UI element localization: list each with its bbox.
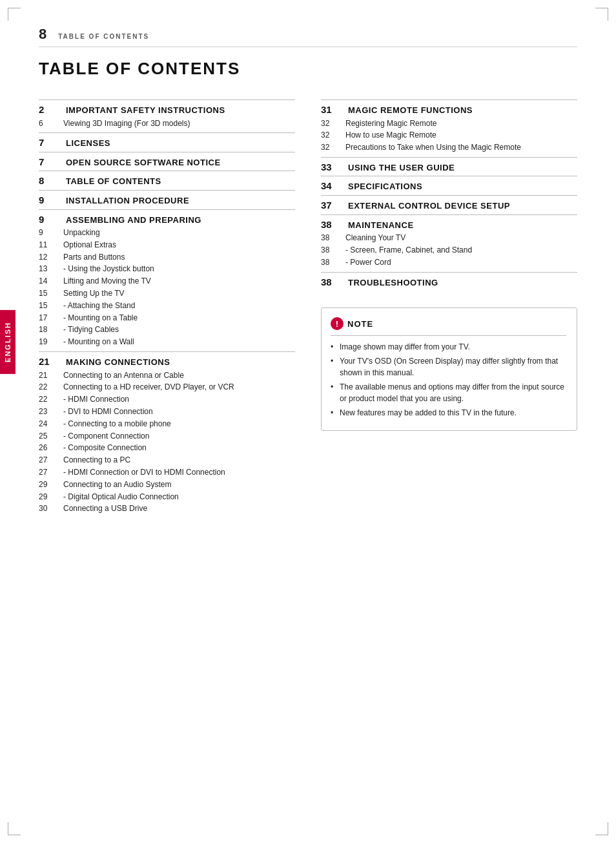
entry-number: 26 [39,443,57,452]
toc-section-sec-34: 34SPECIFICATIONS [321,176,577,193]
entry-label: - Component Connection [63,431,149,442]
toc-entry: 14Lifting and Moving the TV [39,276,295,287]
entry-number: 9 [39,228,57,237]
toc-entry: 38- Screen, Frame, Cabinet, and Stand [321,245,577,256]
entry-number: 19 [39,337,57,346]
section-header: 34SPECIFICATIONS [321,180,577,193]
toc-section-sec-37: 37EXTERNAL CONTROL DEVICE SETUP [321,195,577,212]
entry-label: - DVI to HDMI Connection [63,406,153,417]
entry-number: 32 [321,143,339,152]
section-header: 21MAKING CONNECTIONS [39,356,295,368]
corner-mark-tr [595,8,608,21]
entry-label: Cleaning Your TV [345,233,406,244]
note-box: !NOTEImage shown may differ from your TV… [321,307,577,431]
toc-entry: 15- Attaching the Stand [39,300,295,311]
page: ENGLISH 8 TABLE OF CONTENTS TABLE OF CON… [0,0,616,843]
toc-entry: 22Connecting to a HD receiver, DVD Playe… [39,382,295,393]
page-title: TABLE OF CONTENTS [39,59,577,79]
entry-number: 17 [39,313,57,322]
section-number: 34 [321,180,339,191]
entry-number: 32 [321,119,339,128]
section-header: 7LICENSES [39,137,295,149]
entry-label: - Connecting to a mobile phone [63,419,171,430]
entry-number: 32 [321,130,339,140]
section-title: MAKING CONNECTIONS [66,357,170,368]
entry-label: Connecting to an Audio System [63,479,171,490]
section-title: IMPORTANT SAFETY INSTRUCTIONS [66,105,225,116]
entry-label: Unpacking [63,227,100,238]
toc-section-sec-21: 21MAKING CONNECTIONS21Connecting to an A… [39,351,295,514]
section-header: 38TROUBLESHOOTING [321,276,577,289]
entry-number: 38 [321,233,339,242]
entry-number: 38 [321,245,339,255]
toc-section-sec-33: 33USING THE USER GUIDE [321,157,577,174]
section-divider [321,195,577,196]
entry-label: Optional Extras [63,240,116,251]
section-number: 9 [39,194,57,205]
section-title: TABLE OF CONTENTS [66,176,161,187]
section-divider [39,171,295,171]
entry-label: - Screen, Frame, Cabinet, and Stand [345,245,472,256]
section-header: 38MAINTENANCE [321,219,577,231]
page-number: 8 [39,26,46,43]
section-number: 31 [321,104,339,115]
entry-label: Connecting to a HD receiver, DVD Player,… [63,382,234,393]
section-number: 38 [321,276,339,287]
toc-entry: 27Connecting to a PC [39,455,295,466]
entry-label: Connecting to an Antenna or Cable [63,370,184,381]
toc-entry: 24- Connecting to a mobile phone [39,419,295,430]
entry-label: - Composite Connection [63,442,147,453]
toc-entry: 18- Tidying Cables [39,324,295,335]
entry-label: Setting Up the TV [63,288,125,299]
note-title: NOTE [347,319,373,329]
section-header: 31MAGIC REMOTE FUNCTIONS [321,104,577,116]
section-title: USING THE USER GUIDE [348,162,455,174]
entry-number: 30 [39,504,57,513]
note-list-item: New features may be added to this TV in … [331,407,566,419]
toc-entry: 19- Mounting on a Wall [39,337,295,348]
section-title: TROUBLESHOOTING [348,277,438,289]
entry-label: Connecting to a PC [63,455,130,466]
toc-entry: 13- Using the Joystick button [39,264,295,275]
entry-label: Connecting a USB Drive [63,503,147,514]
section-divider [39,152,295,152]
toc-entry: 27- HDMI Connection or DVI to HDMI Conne… [39,467,295,478]
section-number: 21 [39,356,57,367]
section-header: 8TABLE OF CONTENTS [39,175,295,187]
section-header: 9INSTALLATION PROCEDURE [39,194,295,207]
section-title: OPEN SOURCE SOFTWARE NOTICE [66,157,221,169]
section-number: 37 [321,200,339,211]
section-header: 7OPEN SOURCE SOFTWARE NOTICE [39,156,295,169]
entry-number: 22 [39,395,57,404]
toc-section-sec-38b: 38TROUBLESHOOTING [321,272,577,289]
toc-columns: 2IMPORTANT SAFETY INSTRUCTIONS6Viewing 3… [39,97,577,518]
toc-entry: 32How to use Magic Remote [321,130,577,141]
section-number: 7 [39,156,57,167]
entry-label: - Mounting on a Wall [63,337,134,348]
note-list-item: The available menus and options may diff… [331,381,566,404]
entry-label: - Using the Joystick button [63,264,154,275]
entry-number: 22 [39,382,57,391]
toc-entries: 21Connecting to an Antenna or Cable22Con… [39,370,295,515]
toc-entry: 32Precautions to Take when Using the Mag… [321,142,577,153]
corner-mark-tl [8,8,21,21]
toc-entry: 15Setting Up the TV [39,288,295,299]
toc-entry: 32Registering Magic Remote [321,118,577,129]
toc-entries: 38Cleaning Your TV38- Screen, Frame, Cab… [321,233,577,267]
entry-number: 14 [39,276,57,286]
toc-entry: 12Parts and Buttons [39,252,295,263]
note-divider [331,335,566,336]
entry-number: 24 [39,419,57,428]
section-divider [321,99,577,100]
section-number: 2 [39,104,57,115]
note-list-item: Image shown may differ from your TV. [331,341,566,353]
toc-entry: 26- Composite Connection [39,442,295,453]
section-header: 33USING THE USER GUIDE [321,161,577,174]
toc-section-sec-8: 8TABLE OF CONTENTS [39,171,295,187]
section-divider [39,190,295,191]
entry-number: 27 [39,468,57,477]
toc-section-sec-9a: 9INSTALLATION PROCEDURE [39,190,295,207]
entry-label: - Digital Optical Audio Connection [63,492,179,503]
toc-entry: 6Viewing 3D Imaging (For 3D models) [39,118,295,129]
toc-entry: 9Unpacking [39,227,295,238]
